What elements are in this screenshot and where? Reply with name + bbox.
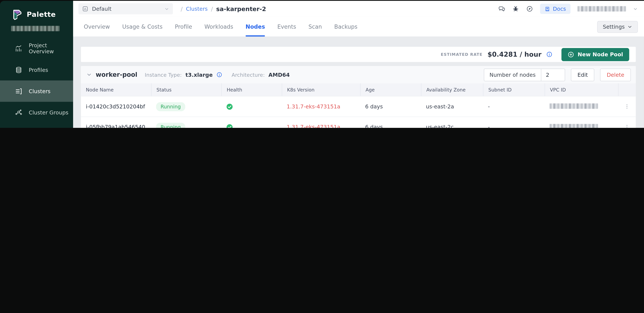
architecture-value: AMD64 — [268, 71, 290, 78]
sidebar-item-project-overview[interactable]: Project Overview — [0, 38, 73, 59]
breadcrumb-current: sa-karpenter-2 — [216, 5, 266, 12]
settings-label: Settings — [603, 24, 625, 30]
bug-report-icon[interactable] — [512, 5, 519, 12]
status-cell: Running — [151, 102, 221, 111]
row-actions-cell — [618, 103, 636, 110]
sidebar-item-workspaces[interactable]: Workspaces — [0, 123, 73, 128]
column-header-availability-zone: Availability Zone — [421, 83, 483, 96]
column-header-health: Health — [221, 83, 282, 96]
sidebar-item-profiles[interactable]: Profiles — [0, 59, 73, 80]
clusters-icon — [15, 87, 23, 95]
docs-button[interactable]: Docs — [540, 4, 570, 14]
redacted-username[interactable] — [578, 6, 626, 11]
sidebar-item-label: Cluster Groups — [29, 109, 68, 116]
chart-icon — [15, 44, 23, 52]
age-cell: 6 days — [360, 124, 421, 128]
subnet-id-cell: - — [483, 103, 544, 110]
breadcrumb-separator: / — [211, 5, 213, 12]
sidebar-item-label: Clusters — [29, 88, 50, 94]
health-cell — [221, 124, 282, 128]
vpc-id-cell — [544, 124, 618, 128]
redacted-project-name — [11, 26, 60, 31]
collapse-pool-icon[interactable] — [86, 72, 92, 78]
tab-workloads[interactable]: Workloads — [204, 17, 233, 36]
table-row: i-01420c3d5210204bfRunning1.31.7-eks-473… — [81, 96, 636, 116]
row-menu-icon[interactable] — [624, 103, 630, 110]
info-icon[interactable] — [546, 51, 552, 57]
column-header-node-name: Node Name — [81, 83, 151, 96]
estimated-rate-value: $0.4281 / hour — [488, 50, 542, 58]
pool-header: worker-poolInstance Type:t3.xlargeArchit… — [81, 66, 636, 83]
tab-events[interactable]: Events — [277, 17, 296, 36]
node-name-cell: i-01420c3d5210204bf — [81, 103, 151, 110]
sidebar-item-cluster-groups[interactable]: Cluster Groups — [0, 102, 73, 123]
info-icon[interactable] — [216, 72, 222, 78]
palette-logo-icon — [11, 8, 23, 20]
help-compass-icon[interactable] — [526, 5, 533, 12]
architecture-label: Architecture: — [232, 71, 265, 78]
tab-profile[interactable]: Profile — [175, 17, 192, 36]
network-icon — [15, 109, 23, 116]
app-window: Palette Project OverviewProfilesClusters… — [0, 0, 644, 128]
row-actions-cell — [618, 124, 636, 128]
number-of-nodes-value[interactable]: 2 — [541, 69, 565, 81]
column-header-actions — [618, 83, 636, 96]
main-area: Default / Clusters / sa-karpenter-2 — [73, 1, 644, 128]
row-menu-icon[interactable] — [624, 124, 630, 128]
layers-icon — [15, 66, 23, 74]
status-cell: Running — [151, 122, 221, 128]
project-scope-icon — [82, 6, 88, 12]
k8s-version-cell: 1.31.7-eks-473151a — [282, 124, 360, 128]
node-pool-worker-pool: worker-poolInstance Type:t3.xlargeArchit… — [81, 66, 636, 128]
sidebar-item-label: Profiles — [29, 67, 48, 73]
health-cell — [221, 103, 282, 110]
column-header-k8s-version: K8s Version — [282, 83, 360, 96]
breadcrumb-clusters-link[interactable]: Clusters — [186, 6, 208, 12]
status-badge: Running — [156, 102, 185, 111]
docs-label: Docs — [553, 6, 566, 12]
redacted-vpc-id — [550, 124, 598, 128]
subnet-id-cell: - — [483, 124, 544, 128]
project-selector[interactable]: Default — [78, 3, 173, 14]
chevron-down-icon — [164, 6, 169, 11]
tab-usage-costs[interactable]: Usage & Costs — [122, 17, 163, 36]
sidebar-item-label: Project Overview — [29, 42, 73, 54]
pools-container: worker-poolInstance Type:t3.xlargeArchit… — [81, 66, 636, 128]
redacted-vpc-id — [550, 103, 598, 109]
sidebar: Palette Project OverviewProfilesClusters… — [0, 1, 73, 128]
book-icon — [544, 6, 550, 12]
node-name-cell: i-05fbb79a1ab546540 — [81, 124, 151, 128]
tab-bar: OverviewUsage & CostsProfileWorkloadsNod… — [84, 17, 358, 36]
chevron-down-icon — [628, 24, 632, 29]
top-actions: Docs — [498, 4, 638, 14]
column-header-subnet-id: Subnet ID — [483, 83, 544, 96]
breadcrumb-separator: / — [181, 5, 183, 12]
column-header-vpc-id: VPC ID — [544, 83, 618, 96]
tab-scan[interactable]: Scan — [308, 17, 322, 36]
chevron-down-icon[interactable] — [633, 6, 638, 11]
pool-name: worker-pool — [96, 71, 137, 78]
sidebar-item-clusters[interactable]: Clusters — [0, 80, 73, 102]
logo-text: Palette — [27, 10, 56, 18]
tab-nodes[interactable]: Nodes — [246, 17, 265, 36]
tab-backups[interactable]: Backups — [334, 17, 358, 36]
palette-logo: Palette — [0, 1, 73, 21]
healthy-icon — [226, 124, 282, 128]
tab-overview[interactable]: Overview — [84, 17, 110, 36]
breadcrumb: / Clusters / sa-karpenter-2 — [181, 5, 266, 12]
edit-pool-button[interactable]: Edit — [571, 68, 594, 81]
age-cell: 6 days — [360, 103, 421, 110]
chat-icon[interactable] — [498, 5, 505, 12]
settings-button[interactable]: Settings — [597, 21, 638, 33]
number-of-nodes-field: Number of nodes2 — [484, 68, 565, 81]
delete-pool-button[interactable]: Delete — [600, 68, 631, 81]
pool-header-actions: Number of nodes2EditDelete — [484, 68, 631, 81]
instance-type-label: Instance Type: — [145, 71, 182, 78]
rate-toolbar: ESTIMATED RATE $0.4281 / hour New Node P… — [81, 47, 636, 62]
status-badge: Running — [156, 122, 185, 128]
sidebar-nav: Project OverviewProfilesClustersCluster … — [0, 38, 73, 128]
new-node-pool-button[interactable]: New Node Pool — [562, 48, 629, 61]
availability-zone-cell: us-east-2c — [421, 124, 483, 128]
table-header-row: Node NameStatusHealthK8s VersionAgeAvail… — [81, 83, 636, 96]
healthy-icon — [226, 103, 282, 110]
